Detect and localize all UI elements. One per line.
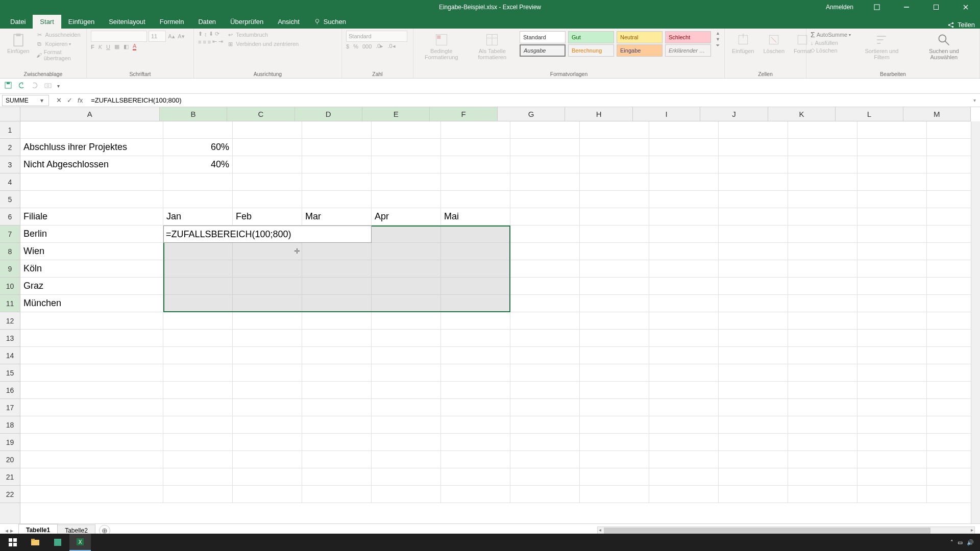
cancel-formula-icon[interactable]: ✕ <box>56 96 62 104</box>
cell-D15[interactable] <box>302 364 372 382</box>
cell-K11[interactable] <box>788 295 857 312</box>
cell-K19[interactable] <box>788 434 857 451</box>
cell-B9[interactable] <box>163 260 233 278</box>
cell-D18[interactable] <box>302 416 372 434</box>
number-format-dropdown[interactable]: Standard <box>346 31 407 42</box>
delete-cells-button[interactable]: Löschen <box>760 31 788 56</box>
enter-formula-icon[interactable]: ✓ <box>67 96 72 104</box>
cell-I21[interactable] <box>649 468 719 486</box>
cell-I13[interactable] <box>649 330 719 347</box>
cell-G20[interactable] <box>510 451 580 468</box>
cell-H10[interactable] <box>580 278 649 295</box>
cell-H5[interactable] <box>580 191 649 208</box>
cell-B8[interactable] <box>163 243 233 260</box>
cell-G21[interactable] <box>510 468 580 486</box>
cell-A12[interactable] <box>20 312 163 330</box>
cell-F12[interactable] <box>441 312 510 330</box>
row-header-17[interactable]: 17 <box>0 399 20 416</box>
col-header-I[interactable]: I <box>633 107 700 121</box>
cell-B15[interactable] <box>163 364 233 382</box>
cell-G13[interactable] <box>510 330 580 347</box>
cell-E19[interactable] <box>372 434 441 451</box>
cell-E2[interactable] <box>372 139 441 156</box>
cell-E11[interactable] <box>372 295 441 312</box>
cell-A9[interactable]: Köln <box>20 260 163 278</box>
cell-C6[interactable]: Feb <box>233 208 302 226</box>
cell-D21[interactable] <box>302 468 372 486</box>
formula-bar-input[interactable]: =ZUFALLSBEREICH(100;800) <box>88 96 969 104</box>
cell-F13[interactable] <box>441 330 510 347</box>
cell-L22[interactable] <box>857 486 927 503</box>
styles-up-icon[interactable]: ▲ <box>716 31 720 36</box>
find-select-button[interactable]: Suchen und Auswählen <box>913 31 975 62</box>
align-bottom-icon[interactable]: ⬇ <box>209 31 213 37</box>
cell-E3[interactable] <box>372 156 441 173</box>
cell-A8[interactable]: Wien <box>20 243 163 260</box>
cell-L11[interactable] <box>857 295 927 312</box>
cell-F14[interactable] <box>441 347 510 364</box>
comma-icon[interactable]: 000 <box>362 43 372 49</box>
cell-D13[interactable] <box>302 330 372 347</box>
cell-H1[interactable] <box>580 121 649 139</box>
cell-L6[interactable] <box>857 208 927 226</box>
row-header-15[interactable]: 15 <box>0 364 20 382</box>
cell-L13[interactable] <box>857 330 927 347</box>
row-header-12[interactable]: 12 <box>0 312 20 330</box>
tab-seitenlayout[interactable]: Seitenlayout <box>102 15 153 29</box>
cell-J12[interactable] <box>719 312 788 330</box>
cell-C10[interactable] <box>233 278 302 295</box>
row-header-21[interactable]: 21 <box>0 468 20 486</box>
cell-E17[interactable] <box>372 399 441 416</box>
cell-J4[interactable] <box>719 173 788 191</box>
wrap-text-button[interactable]: ↩Textumbruch <box>226 31 299 39</box>
cell-I4[interactable] <box>649 173 719 191</box>
cell-E10[interactable] <box>372 278 441 295</box>
row-header-6[interactable]: 6 <box>0 208 20 226</box>
cell-D1[interactable] <box>302 121 372 139</box>
cell-F17[interactable] <box>441 399 510 416</box>
cell-D3[interactable] <box>302 156 372 173</box>
cell-L3[interactable] <box>857 156 927 173</box>
cell-C21[interactable] <box>233 468 302 486</box>
cell-G19[interactable] <box>510 434 580 451</box>
style-schlecht[interactable]: Schlecht <box>665 31 711 43</box>
cell-I7[interactable] <box>649 226 719 243</box>
cell-H3[interactable] <box>580 156 649 173</box>
close-icon[interactable] <box>955 0 976 14</box>
cell-H21[interactable] <box>580 468 649 486</box>
cell-J15[interactable] <box>719 364 788 382</box>
cell-A4[interactable] <box>20 173 163 191</box>
cell-L12[interactable] <box>857 312 927 330</box>
row-header-13[interactable]: 13 <box>0 330 20 347</box>
cell-I20[interactable] <box>649 451 719 468</box>
row-header-3[interactable]: 3 <box>0 156 20 173</box>
cell-K8[interactable] <box>788 243 857 260</box>
cell-H20[interactable] <box>580 451 649 468</box>
clear-button[interactable]: ◇Löschen <box>811 47 851 54</box>
cell-K3[interactable] <box>788 156 857 173</box>
row-header-14[interactable]: 14 <box>0 347 20 364</box>
cell-E14[interactable] <box>372 347 441 364</box>
decimal-inc-icon[interactable]: .0▸ <box>376 43 383 49</box>
font-color-button[interactable]: A <box>133 43 136 51</box>
cell-A2[interactable]: Abschluss ihrer Projektes <box>20 139 163 156</box>
tab-start[interactable]: Start <box>33 15 61 29</box>
row-header-16[interactable]: 16 <box>0 382 20 399</box>
col-header-L[interactable]: L <box>836 107 903 121</box>
row-header-18[interactable]: 18 <box>0 416 20 434</box>
cell-B22[interactable] <box>163 486 233 503</box>
cell-F10[interactable] <box>441 278 510 295</box>
cell-A6[interactable]: Filiale <box>20 208 163 226</box>
cell-B1[interactable] <box>163 121 233 139</box>
style-standard[interactable]: Standard <box>520 31 566 43</box>
cell-F21[interactable] <box>441 468 510 486</box>
cell-J13[interactable] <box>719 330 788 347</box>
fill-color-button[interactable]: ◧ <box>124 43 129 50</box>
cell-K17[interactable] <box>788 399 857 416</box>
cell-I16[interactable] <box>649 382 719 399</box>
cell-L9[interactable] <box>857 260 927 278</box>
cell-L15[interactable] <box>857 364 927 382</box>
cell-J2[interactable] <box>719 139 788 156</box>
cell-H12[interactable] <box>580 312 649 330</box>
cell-K5[interactable] <box>788 191 857 208</box>
